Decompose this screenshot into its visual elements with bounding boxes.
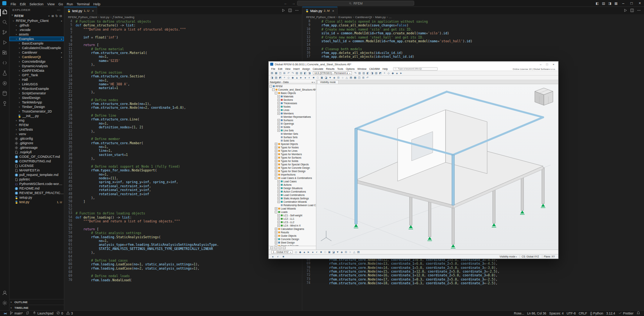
nav-item-load-wizards[interactable]: +Load Wizards [269, 207, 316, 210]
printout-report-icon[interactable]: ◩ [378, 71, 382, 75]
nav-item-types-for-special-objects[interactable]: +Types for Special Objects [269, 163, 316, 166]
new-member-load-icon[interactable]: □ [316, 76, 320, 80]
expand-icon[interactable]: + [277, 112, 280, 115]
nav-item-openings[interactable]: +Openings [269, 122, 316, 125]
new-opening-icon[interactable]: ► [299, 76, 303, 80]
activity-gitlens[interactable] [0, 99, 9, 109]
explorer-item-setup-py[interactable]: setup.py [9, 195, 64, 200]
work-plane-xy-icon[interactable]: ◐ [315, 250, 319, 254]
work-plane-icon[interactable]: ▦ [353, 76, 357, 80]
explorer-item-hall[interactable]: Hall [9, 77, 64, 82]
explorer-item-manifest-in[interactable]: MANIFEST.in [9, 168, 64, 173]
nav-item-load-combinations[interactable]: +Load Combinations [269, 193, 316, 197]
numbering-icon[interactable]: ◇ [387, 71, 391, 75]
activity-jupyter[interactable] [0, 79, 9, 89]
activity-account[interactable] [0, 288, 9, 299]
rfem-menu-file[interactable]: File [270, 68, 277, 70]
status-launchpad[interactable]: Launchpad [31, 311, 55, 316]
redo-icon[interactable]: ↷ [291, 71, 295, 75]
activity-database[interactable] [0, 89, 9, 99]
status-main-[interactable]: main* [8, 311, 24, 316]
rfem-menu-insert[interactable]: Insert [292, 68, 301, 70]
open-model-icon[interactable]: ▦ [274, 71, 278, 75]
rfem-menu-calculate[interactable]: Calculate [311, 68, 325, 70]
more-actions-icon[interactable] [57, 8, 61, 12]
expand-icon[interactable]: + [277, 119, 280, 122]
rfem-menu-results[interactable]: Results [325, 68, 336, 70]
expand-icon[interactable]: − [269, 85, 272, 88]
nav-item-sections[interactable]: +Sections [269, 98, 316, 102]
menu-terminal[interactable]: Terminal [75, 2, 91, 6]
explorer-item-examples[interactable]: Examples● [9, 37, 64, 41]
expand-icon[interactable]: + [275, 156, 277, 159]
status-3[interactable]: 3 [65, 311, 74, 316]
expand-icon[interactable]: + [277, 221, 280, 224]
new-section-icon[interactable]: ▼ [328, 76, 332, 80]
loads-display-icon[interactable]: ◧ [366, 71, 370, 75]
expand-icon[interactable]: + [277, 105, 280, 108]
remote-indicator[interactable]: >< [2, 312, 8, 315]
design-situations-icon[interactable]: ▥ [362, 71, 366, 75]
explorer-item-tankwebapp[interactable]: TankWebApp [9, 100, 64, 105]
close-button[interactable] [550, 63, 557, 66]
activity-search[interactable] [0, 18, 9, 28]
split-icon[interactable] [288, 7, 292, 14]
design-situation-combo[interactable]: ULS (STR/GEO) - Permanent a [313, 71, 352, 75]
expand-icon[interactable]: + [275, 160, 277, 162]
zoom-all-icon[interactable]: ○ [348, 250, 352, 254]
close-tab-icon[interactable] [92, 9, 94, 13]
menu-help[interactable]: Help [91, 2, 102, 6]
move-mode-icon[interactable]: ▣ [327, 250, 331, 254]
command-center-search[interactable]: RFEM [297, 1, 414, 6]
nav-item-lc1-self-weight[interactable]: +LC1 - Self-weight [269, 214, 316, 217]
expand-icon[interactable]: − [272, 88, 275, 91]
toggle-secondary-sidebar-icon[interactable] [607, 2, 613, 5]
ortho-icon[interactable]: ▲ [302, 250, 307, 254]
visibility-settings-icon[interactable]: ⊞ [361, 76, 365, 80]
nav-item-static-analysis-settings[interactable]: +Static Analysis Settings [269, 197, 316, 200]
explorer-item-trussgenerator-2d[interactable]: TrussGenerator_2D [9, 109, 64, 114]
status-rose-[interactable]: Rose... [512, 311, 526, 315]
run-icon[interactable] [623, 7, 627, 14]
display-navigator-tab[interactable] [274, 247, 277, 249]
expand-icon[interactable]: + [277, 99, 280, 101]
explorer-item-rsectionexample[interactable]: RSectionExample [9, 86, 64, 91]
rfem-menu-edit[interactable]: Edit [277, 68, 284, 70]
navigate-back-icon[interactable] [282, 1, 289, 5]
menu-run[interactable]: Run [65, 2, 75, 6]
rfem-menu-view[interactable]: View [284, 68, 292, 70]
nav-item-action-combinations[interactable]: +Action Combinations [269, 190, 316, 193]
explorer-item-cantileverqt[interactable]: CantileverQt● [9, 55, 64, 59]
nav-item-nodes[interactable]: +Nodes [269, 105, 316, 108]
status-sync[interactable] [24, 311, 31, 316]
new-solid-icon[interactable]: ▲ [295, 76, 299, 80]
breadcrumb-item[interactable]: CantileverQt [355, 15, 372, 19]
navigator-header[interactable]: Navigator - Data [269, 80, 316, 84]
rfem-status-visibility-mode[interactable]: Visibility mode [498, 255, 518, 258]
dimensions-icon[interactable]: ⊟ [336, 76, 341, 80]
navigate-forward-icon[interactable] [289, 1, 297, 5]
expand-icon[interactable]: + [277, 187, 280, 190]
zoom-out-icon[interactable]: ⊟ [344, 250, 348, 254]
measure-icon[interactable]: △ [345, 76, 349, 80]
object-snap-toggle-icon[interactable]: ● [311, 250, 315, 254]
work-plane-xz-icon[interactable]: ■ [319, 250, 323, 254]
tab-test-py[interactable]: test.py 1, U [64, 7, 97, 14]
explorer-item--github[interactable]: .github [9, 23, 64, 28]
expand-icon[interactable]: + [275, 241, 277, 244]
menu-edit[interactable]: Edit [18, 2, 28, 6]
data-navigator-icon[interactable]: ▧ [295, 71, 299, 75]
new-nodal-support-icon[interactable]: ● [303, 76, 307, 80]
explorer-item-getrfemdata[interactable]: GetRFEMData [9, 68, 64, 73]
expand-icon[interactable]: + [275, 153, 277, 156]
new-file-icon[interactable] [48, 14, 50, 18]
explorer-item-steeldesign[interactable]: SteelDesign [9, 96, 64, 100]
split-icon[interactable] [630, 7, 634, 14]
program-settings-icon[interactable]: ► [399, 71, 403, 75]
graphic-printout-icon[interactable]: + [382, 71, 387, 75]
new-line-icon[interactable]: + [282, 76, 286, 80]
rfem-3d-viewport[interactable] [316, 84, 558, 250]
status-bell[interactable] [635, 311, 642, 316]
maximize-button[interactable] [627, 1, 636, 5]
refresh-icon[interactable] [56, 14, 58, 18]
